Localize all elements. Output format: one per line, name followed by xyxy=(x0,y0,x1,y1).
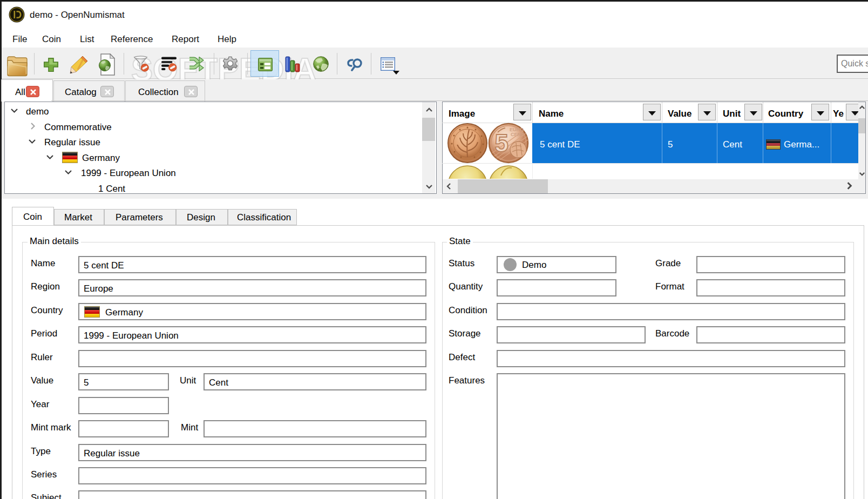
svg-text:CENT: CENT xyxy=(511,132,524,137)
svg-text:5: 5 xyxy=(494,129,508,157)
